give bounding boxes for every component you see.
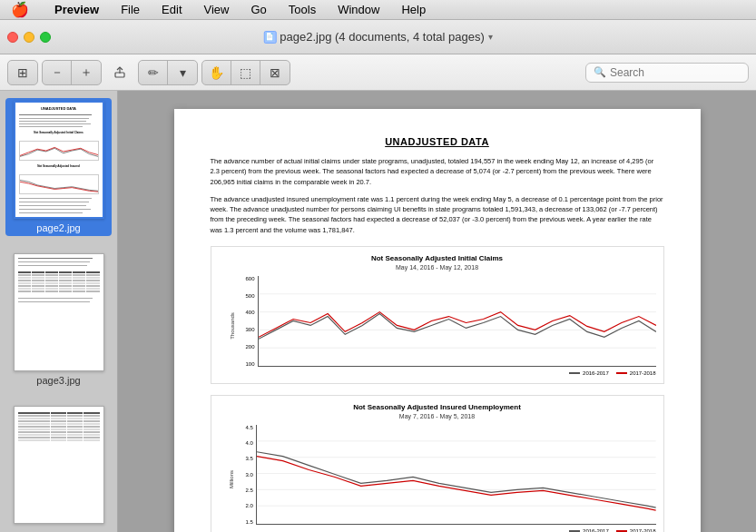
menu-bar: 🍎 Preview File Edit View Go Tools Window… [0, 0, 756, 20]
chart-1-ytick-3: 300 [246, 327, 255, 332]
chart-1-ylabel: Thousands [230, 312, 235, 340]
menu-help[interactable]: Help [398, 2, 429, 17]
document-icon: 📄 [263, 31, 276, 44]
menu-go[interactable]: Go [247, 2, 270, 17]
menu-tools[interactable]: Tools [285, 2, 319, 17]
toolbar: ⊞ － ＋ ✏ ▾ ✋ ⬚ ⊠ 🔍 [0, 54, 756, 91]
chart-1-svg [259, 276, 656, 366]
chart-1-legend-0: 2016-2017 [569, 370, 609, 376]
section-title: UNADJUSTED DATA [211, 136, 664, 147]
chart-2-legend-0-label: 2016-2017 [583, 528, 609, 532]
chart-1-legend-0-line [569, 372, 580, 374]
chart-2-ytick-4: 2.5 [246, 488, 253, 493]
view-btn-group: ✋ ⬚ ⊠ [201, 60, 290, 85]
annotate-dropdown-button[interactable]: ▾ [168, 61, 197, 84]
chart-1-ytick-4: 200 [246, 344, 255, 350]
share-button[interactable] [105, 61, 134, 84]
maximize-button[interactable] [40, 32, 51, 43]
annotate-button[interactable]: ✏ [139, 61, 168, 84]
chart-2-ytick-2: 3.5 [246, 456, 253, 461]
chart-2-legend: 2016-2017 2017-2018 [246, 528, 656, 532]
window-title: 📄 page2.jpg (4 documents, 4 total pages)… [263, 30, 492, 44]
annotate-btn-group: ✏ ▾ [138, 60, 198, 85]
sidebar-toggle-button[interactable]: ⊞ [8, 61, 37, 84]
sidebar-btn-group: ⊞ [7, 60, 38, 85]
search-input[interactable] [610, 66, 741, 79]
chart-2-ytick-1: 4.0 [246, 440, 253, 446]
search-icon: 🔍 [594, 66, 606, 78]
title-text: page2.jpg (4 documents, 4 total pages) [280, 30, 484, 44]
chart-1: Not Seasonally Adjusted Initial Claims M… [211, 246, 664, 384]
chart-1-ytick-2: 400 [246, 310, 255, 315]
chart-1-legend-1-line [616, 372, 627, 374]
select-tool-button[interactable]: ⬚ [231, 61, 260, 84]
document-content[interactable]: UNADJUSTED DATA The advance number of ac… [118, 91, 756, 532]
chart-1-ytick-0: 600 [246, 276, 255, 281]
thumb-label-page2: page2.jpg [36, 222, 80, 233]
chart-1-ytick-1: 500 [246, 293, 255, 299]
chart-2-legend-1: 2017-2018 [616, 528, 656, 532]
chart-2-svg [257, 425, 656, 524]
chart-2-ytick-5: 2.0 [246, 503, 253, 508]
chart-2: Not Seasonally Adjusted Insured Unemploy… [211, 395, 664, 532]
chart-1-subtitle: May 14, 2016 - May 12, 2018 [219, 264, 656, 271]
main-area: UNADJUSTED DATA Not Seasonally Adjusted … [0, 91, 756, 532]
close-button[interactable] [7, 32, 18, 43]
chart-1-ytick-5: 100 [246, 361, 255, 367]
hand-tool-button[interactable]: ✋ [202, 61, 231, 84]
traffic-lights [7, 32, 51, 43]
share-icon [113, 66, 126, 79]
thumbnail-page2[interactable]: UNADJUSTED DATA Not Seasonally Adjusted … [5, 98, 112, 236]
zoom-out-button[interactable]: － [43, 61, 72, 84]
chart-2-legend-1-line [616, 530, 627, 532]
menu-file[interactable]: File [117, 2, 143, 17]
chart-1-legend: 2016-2017 2017-2018 [246, 370, 656, 376]
zoom-btn-group: － ＋ [42, 60, 102, 85]
paragraph-1: The advance number of actual initial cla… [211, 156, 664, 187]
title-bar: 📄 page2.jpg (4 documents, 4 total pages)… [0, 20, 756, 54]
search-box[interactable]: 🔍 [585, 63, 749, 83]
menu-edit[interactable]: Edit [158, 2, 185, 17]
chart-1-legend-1: 2017-2018 [616, 370, 656, 376]
document-page: UNADJUSTED DATA The advance number of ac… [174, 109, 701, 532]
thumb-image-page2: UNADJUSTED DATA Not Seasonally Adjusted … [14, 101, 104, 219]
chart-2-ytick-0: 4.5 [246, 425, 253, 430]
chart-2-legend-0: 2016-2017 [569, 528, 609, 532]
thumbnail-extra[interactable] [5, 403, 112, 530]
chart-2-legend-0-line [569, 530, 580, 532]
apple-menu[interactable]: 🍎 [7, 0, 33, 19]
crop-tool-button[interactable]: ⊠ [260, 61, 290, 84]
chart-2-ylabel: Millions [229, 470, 234, 488]
chart-1-title: Not Seasonally Adjusted Initial Claims [219, 254, 656, 262]
menu-window[interactable]: Window [334, 2, 383, 17]
thumb-image-page3 [14, 253, 104, 371]
chart-2-ytick-6: 1.5 [246, 519, 253, 525]
title-chevron[interactable]: ▾ [488, 32, 493, 42]
thumbnail-page3[interactable]: page3.jpg [5, 251, 112, 389]
chart-2-title: Not Seasonally Adjusted Insured Unemploy… [219, 403, 656, 411]
sidebar: UNADJUSTED DATA Not Seasonally Adjusted … [0, 91, 118, 532]
chart-1-legend-1-label: 2017-2018 [630, 370, 656, 376]
menu-view[interactable]: View [201, 2, 233, 17]
chart-2-subtitle: May 7, 2016 - May 5, 2018 [219, 413, 656, 419]
menu-preview[interactable]: Preview [51, 2, 103, 17]
chart-1-legend-0-label: 2016-2017 [583, 370, 609, 376]
minimize-button[interactable] [24, 32, 34, 43]
chart-2-ytick-3: 3.0 [246, 472, 253, 478]
thumb-label-page3: page3.jpg [36, 375, 80, 386]
thumb-image-extra [14, 406, 104, 524]
paragraph-2: The advance unadjusted insured unemploym… [211, 194, 664, 235]
chart-2-legend-1-label: 2017-2018 [630, 528, 656, 532]
zoom-in-button[interactable]: ＋ [72, 61, 101, 84]
